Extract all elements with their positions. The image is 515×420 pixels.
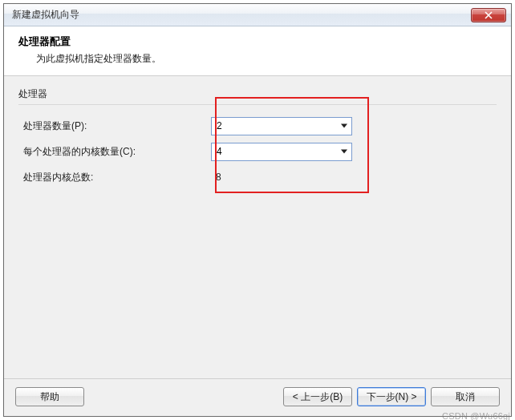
combo-cores-per-proc[interactable] xyxy=(211,143,352,161)
row-total-cores: 处理器内核总数: 8 xyxy=(18,164,497,190)
page-subtitle: 为此虚拟机指定处理器数量。 xyxy=(36,52,498,66)
row-cores-per-proc: 每个处理器的内核数量(C): xyxy=(18,139,497,164)
wizard-footer: 帮助 < 上一步(B) 下一步(N) > 取消 xyxy=(4,378,511,416)
group-label-processors: 处理器 xyxy=(18,87,497,101)
page-title: 处理器配置 xyxy=(18,34,498,49)
combo-processor-count[interactable] xyxy=(211,117,352,135)
label-cores-per-proc: 每个处理器的内核数量(C): xyxy=(18,145,211,159)
wizard-window: 新建虚拟机向导 处理器配置 为此虚拟机指定处理器数量。 处理器 处理器数量(P)… xyxy=(3,3,512,417)
wizard-content: 处理器 处理器数量(P): 每个处理器的内核数量(C): 处理器内核总数: 8 xyxy=(4,76,511,378)
label-processor-count: 处理器数量(P): xyxy=(18,119,211,133)
close-button[interactable] xyxy=(471,8,506,22)
group-separator xyxy=(18,104,497,105)
combo-cores-per-proc-wrap xyxy=(211,143,352,161)
next-button[interactable]: 下一步(N) > xyxy=(357,387,426,406)
help-button[interactable]: 帮助 xyxy=(15,387,84,406)
close-icon xyxy=(484,11,493,19)
combo-processor-count-wrap xyxy=(211,117,352,135)
titlebar: 新建虚拟机向导 xyxy=(4,4,511,26)
window-title: 新建虚拟机向导 xyxy=(12,8,471,22)
wizard-header: 处理器配置 为此虚拟机指定处理器数量。 xyxy=(4,26,511,76)
cancel-button[interactable]: 取消 xyxy=(431,387,500,406)
value-total-cores: 8 xyxy=(211,172,221,183)
row-processor-count: 处理器数量(P): xyxy=(18,113,497,139)
back-button[interactable]: < 上一步(B) xyxy=(283,387,352,406)
label-total-cores: 处理器内核总数: xyxy=(18,171,211,184)
